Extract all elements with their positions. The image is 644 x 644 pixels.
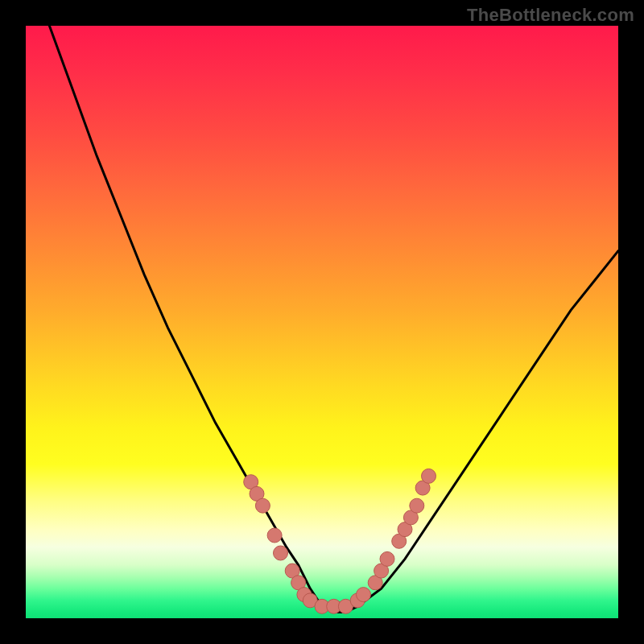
watermark-text: TheBottleneck.com (467, 5, 634, 26)
marker-group (244, 469, 436, 613)
data-marker (410, 498, 424, 513)
data-marker (274, 546, 288, 560)
plot-area (26, 26, 618, 618)
data-marker (255, 498, 270, 513)
data-marker (422, 469, 436, 483)
data-marker (380, 551, 394, 566)
data-marker (267, 528, 282, 543)
chart-svg (26, 26, 618, 618)
data-marker (357, 588, 371, 602)
bottleneck-curve (49, 26, 618, 613)
chart-frame: TheBottleneck.com (0, 0, 644, 644)
